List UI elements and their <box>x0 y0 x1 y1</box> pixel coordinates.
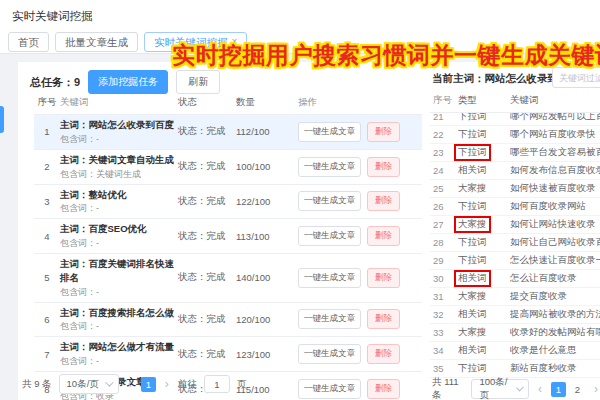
row-index: 3 <box>34 196 60 207</box>
table-row[interactable]: 7主词：网站怎么做才有流量包含词：-状态：完成123/100一键生成文章删除 <box>34 337 422 372</box>
keyword-row[interactable]: 29下拉词怎么快速让百度收录一个新网站 <box>430 252 600 270</box>
table-row[interactable]: 4主词：百度SEO优化包含词：-状态：完成113/100一键生成文章删除 <box>34 219 422 254</box>
task-page-size-select[interactable]: 10条/页 <box>59 374 119 394</box>
task-goto-label: 前往 <box>178 378 197 391</box>
keyword-row[interactable]: 22下拉词哪个网站百度收录快 <box>430 126 600 144</box>
row-index: 31 <box>430 291 458 302</box>
keyword-next-page-icon[interactable]: › <box>592 382 600 396</box>
row-keyword: 新站百度秒收录 <box>510 362 600 375</box>
keyword-row[interactable]: 33大家搜收录好的发帖网站有哪些 <box>430 324 600 342</box>
row-index: 28 <box>430 237 458 248</box>
keyword-page-size-select[interactable]: 100条/页 <box>471 379 529 399</box>
row-index: 1 <box>34 126 60 137</box>
row-index: 22 <box>430 129 458 140</box>
row-keyword: 如何百度收录网站 <box>510 200 600 213</box>
generate-article-button[interactable]: 一键生成文章 <box>298 226 361 246</box>
column-header: 数量 <box>236 96 298 109</box>
keyword-row[interactable]: 32相关词提高网站被收录的方法 <box>430 306 600 324</box>
delete-button[interactable]: 删除 <box>367 268 400 288</box>
column-header: 关键词 <box>60 96 178 109</box>
generate-article-button[interactable]: 一键生成文章 <box>298 379 361 399</box>
app-window: 实时关键词挖掘 首页批量文章生成实时关键词挖掘× 总任务：9 添加挖掘任务 刷新… <box>0 0 600 400</box>
refresh-button[interactable]: 刷新 <box>176 70 220 94</box>
row-index: 5 <box>34 272 60 283</box>
main-word-label: 主词：网站怎么收录到百度 <box>60 118 174 132</box>
task-next-page-icon[interactable]: › <box>163 377 171 391</box>
row-index: 25 <box>430 183 458 194</box>
row-actions: 一键生成文章删除 <box>298 344 422 364</box>
row-keyword: 哪个网站发帖可以上百度首页 <box>510 113 600 123</box>
annotation-overlay-text: 实时挖掘用户搜索习惯词并一键生成关键词文章 <box>172 40 600 71</box>
row-keyword: 收录好的发帖网站有哪些 <box>510 326 600 339</box>
keyword-prev-page-icon[interactable]: ‹ <box>536 382 544 396</box>
table-row[interactable]: 3主词：整站优化包含词：-状态：完成122/100一键生成文章删除 <box>34 185 422 220</box>
keyword-row[interactable]: 24相关词如何发布信息百度收录在首页 <box>430 162 600 180</box>
keyword-row[interactable]: 28下拉词如何让自己网站收录百度 <box>430 234 600 252</box>
task-prev-page-icon[interactable]: ‹ <box>126 377 134 391</box>
row-type: 大家搜 <box>458 216 510 233</box>
drawer-handle[interactable] <box>0 106 4 133</box>
tab-0[interactable]: 首页 <box>8 32 49 52</box>
keyword-row[interactable]: 26下拉词如何百度收录网站 <box>430 198 600 216</box>
keyword-row[interactable]: 31大家搜提交百度收录 <box>430 288 600 306</box>
keyword-row[interactable]: 27大家搜如何让网站快速收录 <box>430 216 600 234</box>
row-status: 状态：完成 <box>178 195 236 208</box>
row-status: 状态：完成 <box>178 313 236 326</box>
page-number-1[interactable]: 1 <box>141 377 156 392</box>
generate-article-button[interactable]: 一键生成文章 <box>298 122 361 142</box>
delete-button[interactable]: 删除 <box>367 226 400 246</box>
keyword-row[interactable]: 30相关词怎么让百度收录 <box>430 270 600 288</box>
main-word-label: 主词：百度SEO优化 <box>60 222 174 236</box>
row-keyword: 怎么让百度收录 <box>510 272 600 285</box>
page-number-2[interactable]: 2 <box>570 382 585 397</box>
keyword-row[interactable]: 23下拉词哪些平台发文容易被百度收录 <box>430 144 600 162</box>
task-pagination: 共 9 条 10条/页 ‹ 1 › 前往 页 <box>22 374 246 394</box>
row-index: 6 <box>34 314 60 325</box>
table-row[interactable]: 2主词：关键词文章自动生成包含词：关键词生成状态：完成100/100一键生成文章… <box>34 150 422 185</box>
generate-article-button[interactable]: 一键生成文章 <box>298 309 361 329</box>
type-label: 下拉词 <box>458 113 487 121</box>
annotation-red-box: 下拉词 <box>454 144 491 161</box>
row-index: 26 <box>430 201 458 212</box>
keyword-row[interactable]: 34相关词收录是什么意思 <box>430 342 600 360</box>
generate-article-button[interactable]: 一键生成文章 <box>298 191 361 211</box>
row-keyword: 提高网站被收录的方法 <box>510 308 600 321</box>
delete-button[interactable]: 删除 <box>367 379 400 399</box>
chevron-down-icon <box>516 384 524 392</box>
row-type: 下拉词 <box>458 254 510 267</box>
row-keyword: 如何让自己网站收录百度 <box>510 236 600 249</box>
chevron-down-icon <box>105 378 113 386</box>
row-count: 122/100 <box>236 196 298 207</box>
include-word-label: 包含词：- <box>60 286 174 299</box>
row-keyword-cell: 主词：关键词文章自动生成包含词：关键词生成 <box>60 153 178 181</box>
keyword-row[interactable]: 21下拉词哪个网站发帖可以上百度首页 <box>430 113 600 126</box>
delete-button[interactable]: 删除 <box>367 191 400 211</box>
row-status: 状态：完成 <box>178 160 236 173</box>
page-number-1[interactable]: 1 <box>551 382 566 397</box>
delete-button[interactable]: 删除 <box>367 157 400 177</box>
page-title: 实时关键词挖掘 <box>12 9 93 24</box>
table-row[interactable]: 5主词：百度关键词排名快速排名包含词：-状态：完成140/100一键生成文章删除 <box>34 254 422 303</box>
delete-button[interactable]: 删除 <box>367 122 400 142</box>
table-row[interactable]: 6主词：百度搜索排名怎么做包含词：-状态：完成120/100一键生成文章删除 <box>34 303 422 338</box>
row-count: 113/100 <box>236 231 298 242</box>
row-index: 24 <box>430 165 458 176</box>
row-status: 状态：完成 <box>178 125 236 138</box>
delete-button[interactable]: 删除 <box>367 309 400 329</box>
row-type: 相关词 <box>458 308 510 321</box>
row-type: 大家搜 <box>458 326 510 339</box>
delete-button[interactable]: 删除 <box>367 344 400 364</box>
tab-1[interactable]: 批量文章生成 <box>55 32 138 52</box>
generate-article-button[interactable]: 一键生成文章 <box>298 268 361 288</box>
row-keyword-cell: 主词：网站怎么做才有流量包含词：- <box>60 340 178 368</box>
type-label: 下拉词 <box>458 128 487 139</box>
table-row[interactable]: 1主词：网站怎么收录到百度包含词：-状态：完成112/100一键生成文章删除 <box>34 115 422 150</box>
generate-article-button[interactable]: 一键生成文章 <box>298 157 361 177</box>
add-task-button[interactable]: 添加挖掘任务 <box>88 70 168 94</box>
task-goto-input[interactable] <box>204 375 230 393</box>
keyword-row[interactable]: 25大家搜如何快速被百度收录 <box>430 180 600 198</box>
generate-article-button[interactable]: 一键生成文章 <box>298 344 361 364</box>
row-keyword-cell: 主词：网站怎么收录到百度包含词：- <box>60 118 178 146</box>
task-page-numbers: 1 <box>141 377 156 392</box>
include-word-label: 包含词：- <box>60 320 174 333</box>
